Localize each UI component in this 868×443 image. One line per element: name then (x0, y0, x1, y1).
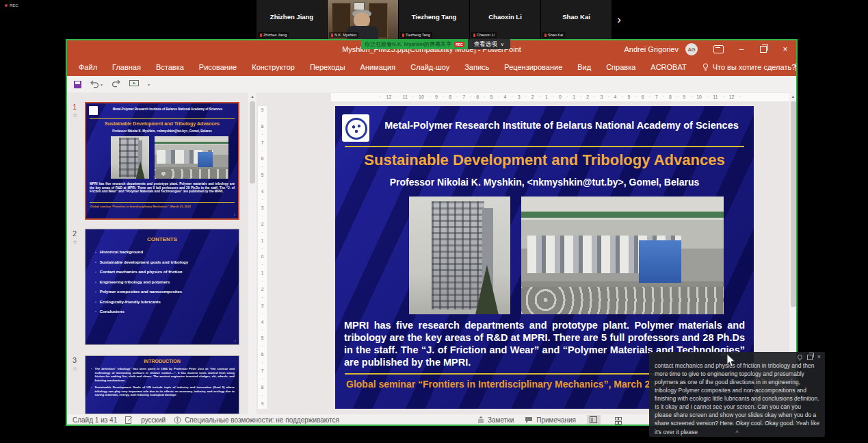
slide-thumbnail-1[interactable]: Metal-Polymer Research Institute of Bela… (85, 102, 239, 220)
paragraph: The definition” tribology” has been give… (95, 367, 235, 382)
undo-button[interactable]: ▾ (90, 80, 103, 88)
view-options-button[interactable]: 查看选项 ∨ (468, 39, 510, 49)
thumbnail-scrollbar[interactable]: ▲ (248, 92, 257, 414)
slide-sorter-view-button[interactable] (611, 415, 625, 425)
tab-insert[interactable]: Вставка (148, 63, 192, 71)
undo-icon (90, 80, 99, 88)
comments-toggle[interactable]: Примечания (525, 416, 576, 424)
slide-counter[interactable]: Слайд 1 из 41 (73, 416, 117, 424)
thumb2-title: CONTENTS (86, 236, 239, 242)
lab-photo[interactable] (521, 197, 724, 314)
lab-photo (155, 136, 228, 179)
scrollbar-thumb[interactable] (791, 101, 796, 307)
webcam-person-art (354, 12, 370, 27)
ribbon-display-options-button[interactable] (709, 40, 731, 58)
tab-acrobat[interactable]: ACROBAT (643, 63, 694, 71)
list-item: Ecologically-friendly lubricants (100, 300, 161, 304)
participant-name: Zhizhen Jiang (257, 13, 327, 21)
accessibility-status[interactable]: Специальные возможности: не поддерживают… (174, 416, 339, 424)
qat-customize-caret[interactable]: ▾ (148, 82, 150, 87)
comments-panel-icon[interactable] (795, 63, 797, 71)
undo-dropdown-caret[interactable]: ▾ (101, 82, 103, 87)
participant-label: Zhizhen Jiang (258, 32, 289, 38)
participant-tile-video[interactable]: N.K. Myshkin (328, 0, 398, 39)
participant-label: N.K. Myshkin (329, 32, 358, 38)
caption-collapse-chevron[interactable]: ^ (735, 429, 738, 436)
participant-label-text: Chaoxin Li (477, 33, 495, 37)
slide-thumbnail-2[interactable]: CONTENTS •Historical background •Sustain… (85, 229, 239, 345)
tab-home[interactable]: Главная (105, 63, 148, 71)
building-photo[interactable] (409, 197, 510, 314)
save-button[interactable] (74, 81, 81, 88)
slide-thumbnail-3[interactable]: INTRODUCTION •The definition” tribology”… (85, 355, 239, 414)
tab-animations[interactable]: Анимация (353, 63, 404, 71)
tab-design[interactable]: Конструктор (244, 63, 302, 71)
participant-name: Chaoxin Li (470, 13, 540, 21)
muted-mic-icon (260, 34, 262, 37)
tab-transitions[interactable]: Переходы (302, 63, 353, 71)
participant-tile[interactable]: Zhizhen Jiang Zhizhen Jiang (257, 0, 327, 39)
avatar[interactable]: AG (685, 43, 698, 55)
horizontal-ruler: · 12 · 11 · 10 · 9 · 8 · 7 · 6 · 5 · 4 ·… (331, 93, 789, 101)
participant-tile[interactable]: Shao Kai Shao Kai (541, 0, 611, 39)
redo-button[interactable] (111, 78, 120, 90)
restore-button[interactable] (752, 40, 774, 58)
divider (345, 146, 744, 147)
minimize-button[interactable]: – (731, 40, 752, 58)
tab-file[interactable]: Файл (71, 63, 105, 71)
recording-dot-icon (5, 4, 8, 7)
redo-icon (111, 79, 120, 88)
participant-tile[interactable]: Chaoxin Li Chaoxin Li (470, 0, 540, 39)
start-slideshow-button[interactable] (129, 78, 139, 90)
caption-close-icon[interactable]: × (817, 354, 821, 360)
slide-footer-text[interactable]: Global seminar “Frontiers in Interdiscip… (346, 379, 682, 390)
participant-label: Chaoxin Li (471, 32, 497, 38)
tab-view[interactable]: Вид (570, 63, 599, 71)
comment-bubble-icon (525, 416, 533, 423)
normal-view-button[interactable] (587, 415, 601, 425)
thumb1-footer: Global seminar “Frontiers in Interdiscip… (90, 205, 191, 208)
next-participants-arrow[interactable]: › (613, 10, 625, 29)
caption-pin-icon[interactable] (798, 355, 802, 359)
comments-label: Примечания (536, 416, 576, 424)
list-item: Conclusions (100, 309, 124, 314)
slide-title-text[interactable]: Sustainable Development and Tribology Ad… (335, 151, 754, 169)
tell-me-box[interactable]: Что вы хотите сделать? (702, 63, 796, 72)
tab-help[interactable]: Справка (599, 63, 643, 71)
slide-author-text[interactable]: Professor Nikolai K. Myshkin, <nkmyshkin… (335, 177, 754, 188)
slide-institute-text[interactable]: Metal-Polymer Research Institute of Bela… (375, 120, 748, 131)
participant-label-text: Tiezheng Tang (406, 33, 430, 37)
list-item: Historical background (100, 250, 143, 254)
scroll-up-icon[interactable]: ▲ (789, 92, 797, 101)
list-item: Contact mechanics and physics of frictio… (100, 270, 183, 274)
tab-draw[interactable]: Рисование (192, 63, 244, 71)
close-button[interactable]: × (774, 40, 796, 58)
ppt-ribbon-tabs: Файл Главная Вставка Рисование Конструкт… (67, 58, 796, 76)
thumb2-list: •Historical background •Sustainable deve… (95, 250, 233, 320)
normal-view-icon (590, 416, 597, 423)
chevron-down-icon: ∨ (501, 42, 504, 47)
notes-toggle[interactable]: Заметки (477, 416, 514, 424)
share-banner: 你正在观看N.K. Myshkin的屏幕共享 REC 查看选项 ∨ (361, 39, 510, 49)
animation-star-icon: ☆ (73, 366, 77, 372)
mpri-logo (342, 114, 369, 142)
thumb3-title: INTRODUCTION (86, 359, 239, 364)
thumb2-page-number: 2 (235, 339, 236, 342)
scrollbar-thumb[interactable] (250, 101, 255, 183)
quick-access-toolbar: ▾ ▾ (67, 76, 796, 92)
recording-indicator: REC (5, 3, 18, 8)
tab-slideshow[interactable]: Слайд-шоу (403, 63, 457, 71)
participant-tile[interactable]: Tiezheng Tang Tiezheng Tang (399, 0, 469, 39)
tab-record[interactable]: Запись (457, 63, 497, 71)
caption-popout-icon[interactable] (807, 355, 813, 360)
thumb-number-2: 2 (73, 229, 77, 238)
live-caption-panel[interactable]: × contact mechanics and physics of frict… (649, 352, 825, 437)
account-name[interactable]: Andrei Grigoriev (624, 45, 679, 53)
scroll-up-icon[interactable]: ▲ (248, 92, 257, 101)
notes-edit-icon[interactable] (125, 416, 133, 424)
tab-review[interactable]: Рецензирование (497, 63, 570, 71)
thumb1-institute: Metal-Polymer Research Institute of Bela… (100, 107, 235, 111)
list-item: Engineering tribology and polymers (100, 280, 170, 284)
language-status[interactable]: русский (141, 416, 166, 424)
participant-name: Shao Kai (541, 13, 611, 21)
